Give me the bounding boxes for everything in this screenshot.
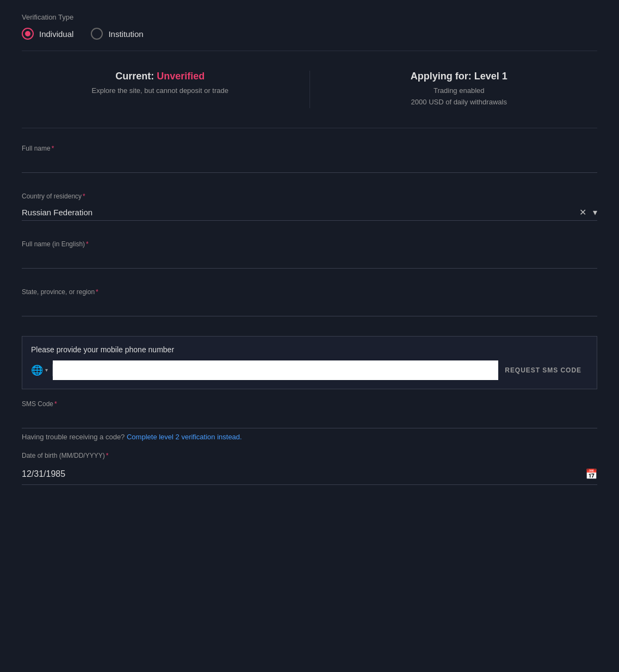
sms-code-label: SMS Code* xyxy=(22,400,597,408)
sms-code-field: SMS Code* Having trouble receiving a cod… xyxy=(22,400,597,441)
phone-chevron-icon: ▾ xyxy=(45,367,48,373)
dob-row: 12/31/1985 📅 xyxy=(22,464,597,485)
current-status: Current: Unverified Explore the site, bu… xyxy=(22,71,299,97)
dob-field: Date of birth (MM/DD/YYYY)* 12/31/1985 📅 xyxy=(22,452,597,485)
full-name-english-input[interactable] xyxy=(22,252,597,269)
dob-label: Date of birth (MM/DD/YYYY)* xyxy=(22,452,597,459)
current-status-subtitle: Explore the site, but cannot deposit or … xyxy=(22,85,299,97)
close-icon: ✕ xyxy=(579,207,586,217)
sms-trouble-link[interactable]: Complete level 2 verification instead. xyxy=(127,433,242,441)
full-name-english-field: Full name (in English)* xyxy=(22,240,597,269)
verification-type-label: Verification Type xyxy=(22,13,597,21)
phone-input-row: 🌐 ▾ REQUEST SMS CODE xyxy=(31,360,588,380)
applying-status: Applying for: Level 1 Trading enabled 20… xyxy=(321,71,598,108)
country-label: Country of residency* xyxy=(22,192,597,200)
radio-individual-label: Individual xyxy=(39,29,73,39)
applying-subtitle: Trading enabled 2000 USD of daily withdr… xyxy=(321,85,598,108)
sms-trouble-text: Having trouble receiving a code? Complet… xyxy=(22,433,597,441)
dob-value: 12/31/1985 xyxy=(22,466,65,482)
applying-line-2: 2000 USD of daily withdrawals xyxy=(321,97,598,108)
verification-type-section: Verification Type Individual Institution xyxy=(22,13,597,40)
status-row: Current: Unverified Explore the site, bu… xyxy=(22,62,597,117)
calendar-icon[interactable]: 📅 xyxy=(585,468,597,480)
phone-section: Please provide your mobile phone number … xyxy=(22,336,597,389)
chevron-down-icon: ▾ xyxy=(593,207,597,217)
sms-code-input[interactable] xyxy=(22,412,597,428)
radio-institution-circle xyxy=(91,28,103,40)
radio-institution[interactable]: Institution xyxy=(91,28,143,40)
applying-level: Level 1 xyxy=(474,71,507,82)
phone-section-label: Please provide your mobile phone number xyxy=(31,345,588,354)
current-status-title: Current: Unverified xyxy=(22,71,299,82)
country-field: Country of residency* Russian Federation… xyxy=(22,192,597,221)
country-select-value: Russian Federation xyxy=(22,204,579,220)
current-status-value: Unverified xyxy=(157,71,205,82)
vertical-divider xyxy=(310,71,310,108)
request-sms-button[interactable]: REQUEST SMS CODE xyxy=(498,362,588,378)
radio-institution-label: Institution xyxy=(108,29,143,39)
country-clear-button[interactable]: ✕ xyxy=(579,207,586,217)
divider-1 xyxy=(22,51,597,51)
full-name-field: Full name* xyxy=(22,145,597,173)
select-icons: ✕ ▾ xyxy=(579,207,597,217)
country-select-wrapper[interactable]: Russian Federation ✕ ▾ xyxy=(22,204,597,221)
full-name-label: Full name* xyxy=(22,145,597,152)
radio-group: Individual Institution xyxy=(22,28,597,40)
divider-2 xyxy=(22,128,597,128)
current-status-prefix: Current: xyxy=(115,71,157,82)
applying-line-1: Trading enabled xyxy=(321,85,598,97)
globe-icon: 🌐 xyxy=(31,364,43,376)
full-name-input[interactable] xyxy=(22,157,597,173)
form-section: Full name* Country of residency* Russian… xyxy=(22,145,597,485)
state-label: State, province, or region* xyxy=(22,288,597,296)
applying-prefix: Applying for: xyxy=(411,71,474,82)
state-input[interactable] xyxy=(22,300,597,316)
full-name-english-label: Full name (in English)* xyxy=(22,240,597,248)
phone-flag-selector[interactable]: 🌐 ▾ xyxy=(31,364,53,376)
radio-individual[interactable]: Individual xyxy=(22,28,73,40)
state-field: State, province, or region* xyxy=(22,288,597,316)
radio-individual-circle xyxy=(22,28,34,40)
country-dropdown-button[interactable]: ▾ xyxy=(593,207,597,217)
phone-number-input[interactable] xyxy=(53,360,498,380)
applying-status-title: Applying for: Level 1 xyxy=(321,71,598,82)
